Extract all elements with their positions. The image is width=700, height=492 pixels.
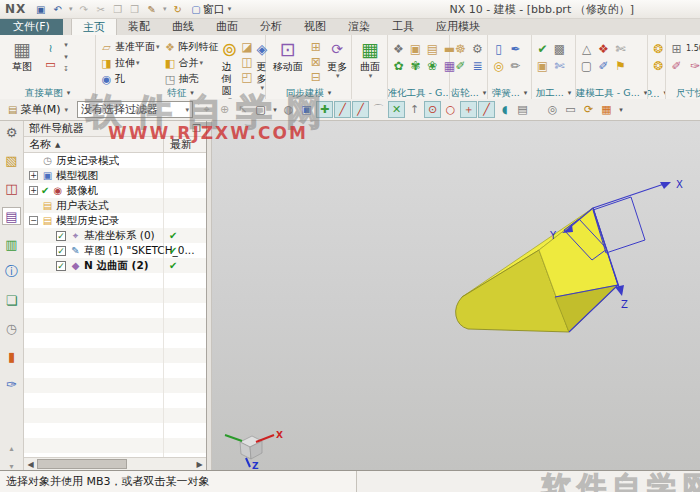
snap-midpoint-icon[interactable]: ╱	[352, 101, 369, 118]
group-label-feature[interactable]: 特征▾	[96, 87, 265, 99]
derive-icon[interactable]: ⌖	[198, 101, 215, 118]
tree-expander-icon[interactable]: +	[29, 171, 38, 180]
offset-region-icon[interactable]: ⊞	[308, 40, 323, 55]
snap-endpoint-icon[interactable]: ╱	[334, 101, 351, 118]
render-dropdown-icon[interactable]: ▾	[617, 101, 625, 118]
undo-dropdown-icon[interactable]: ▾	[67, 2, 74, 16]
shell-button[interactable]: ◳抽壳	[163, 71, 220, 87]
scroll-right-icon[interactable]: ▶	[194, 460, 205, 469]
process-studio-icon[interactable]: ◷	[2, 319, 21, 337]
tab-file[interactable]: 文件(F)	[0, 18, 63, 35]
scissors-icon[interactable]: ✄	[613, 42, 628, 56]
tab-view[interactable]: 视图	[293, 18, 337, 35]
snap-slash-icon[interactable]: ╱	[478, 101, 495, 118]
undo-icon[interactable]: ↶	[50, 2, 65, 16]
extrude-button[interactable]: ◨拉伸▾	[99, 55, 161, 71]
mill-tool-icon[interactable]: ✄	[552, 59, 567, 73]
move-face-button[interactable]: ⊡ 移动面	[269, 37, 306, 73]
gear-wheel-icon[interactable]: ☸	[453, 42, 468, 56]
snap-quadrant-icon[interactable]: ＋	[460, 101, 477, 118]
sync-more-button[interactable]: ⟳ 更多 ▾	[325, 37, 349, 79]
x-axis[interactable]	[593, 184, 664, 208]
chevron-down-icon[interactable]: ▾	[64, 41, 68, 49]
triangle-icon[interactable]: △	[579, 42, 594, 56]
studio-spline-button[interactable]: ≀	[43, 40, 60, 56]
assembly-navigator-icon[interactable]: ▧	[2, 151, 21, 169]
tab-home[interactable]: 主页	[71, 18, 117, 35]
tree-row-sketch[interactable]: ✓ ✎ 草图 (1) "SKETCH_0... ✔	[24, 243, 206, 258]
snap-poles-icon[interactable]: ✕	[388, 101, 405, 118]
coin2-icon[interactable]: ❂	[651, 59, 666, 73]
group-label-modeling-tools[interactable]: 建模工具 - G...▾	[576, 87, 647, 99]
system-scrap-icon[interactable]: ✑	[2, 375, 21, 393]
pencil-tool-icon[interactable]: ✐	[596, 59, 611, 73]
box-tool-icon[interactable]: ▢	[579, 59, 594, 73]
touch-dropdown-icon[interactable]: ▾	[161, 2, 168, 16]
group-label-dimension[interactable]: 尺寸快...	[666, 87, 700, 99]
roles-icon[interactable]: ▮	[2, 347, 21, 365]
feature-checkbox[interactable]: ✓	[56, 261, 66, 271]
render-style-icon[interactable]: ▦	[598, 101, 615, 118]
rectangle-button[interactable]: ▭	[43, 56, 60, 72]
reuse-library-icon[interactable]: ▥	[2, 235, 21, 253]
save-icon[interactable]: ▣	[33, 2, 48, 16]
tree-row-history-mode[interactable]: ◷ 历史记录模式	[24, 153, 206, 168]
tab-analysis[interactable]: 分析	[249, 18, 293, 35]
window-button[interactable]: ▢ 窗口 ▾	[188, 2, 234, 17]
snap-arrow-icon[interactable]: ↑	[406, 101, 423, 118]
tree-row-n-sided-surface[interactable]: ✓ ◆ N 边曲面 (2) ✔	[24, 258, 206, 273]
feature-checkbox[interactable]: ✓	[56, 231, 66, 241]
group-label-standardization[interactable]: 标准化工具 - G...▾	[388, 87, 449, 99]
folders-icon[interactable]: ▤	[425, 42, 440, 56]
tab-curve[interactable]: 曲线	[161, 18, 205, 35]
sketch-button[interactable]: ▦ 草图	[3, 37, 41, 73]
part-family-icon[interactable]: ✿	[391, 59, 406, 73]
copy-icon[interactable]: ❐	[110, 2, 125, 16]
dim-150-label[interactable]: 1.50	[686, 42, 700, 56]
gear-pair-icon[interactable]: ⚙	[470, 42, 485, 56]
scroll-left-icon[interactable]: ◀	[25, 460, 36, 469]
group-label-direct-sketch[interactable]: 直接草图▾	[0, 87, 95, 99]
tree-row-datum-csys[interactable]: ✓ ⌖ 基准坐标系 (0) ✔	[24, 228, 206, 243]
delete-face-icon[interactable]: ⊟	[308, 70, 323, 85]
tab-render[interactable]: 渲染	[337, 18, 381, 35]
tab-surface[interactable]: 曲面	[205, 18, 249, 35]
sort-ascending-icon[interactable]: ▲	[55, 141, 60, 149]
group-label-synchronous[interactable]: 同步建模▾	[266, 87, 351, 99]
dim-tol-icon[interactable]: ⊞	[669, 42, 684, 56]
dim-pen-icon[interactable]: ✐	[669, 59, 684, 73]
mill-icon[interactable]: ▩	[552, 42, 567, 56]
rotate-view-icon[interactable]: ⟳	[580, 101, 597, 118]
selection-filter-combo[interactable]: 没有选择过滤器 ▾	[77, 101, 193, 118]
sidebar-scroll-up-icon[interactable]: ▴	[2, 444, 21, 452]
cursor-icon[interactable]: ↖	[234, 101, 251, 118]
window-tool-icon[interactable]: ❖	[596, 42, 611, 56]
gear-pencil-icon[interactable]: ✐	[453, 59, 468, 73]
menu-button[interactable]: ▤ 菜单(M) ▾	[4, 101, 72, 118]
spring-draw-icon[interactable]: ✏	[508, 59, 523, 73]
surface-button[interactable]: ▦ 曲面 ▾	[355, 37, 385, 79]
hole-button[interactable]: ◉孔	[99, 71, 161, 87]
model-canvas[interactable]: X Y Z X Z	[212, 120, 700, 470]
replace-face-icon[interactable]: ⊠	[308, 55, 323, 70]
horizontal-scrollbar[interactable]: ◀ ▶	[24, 457, 206, 470]
flag-icon[interactable]: ⚑	[613, 59, 628, 73]
column-header-name[interactable]: 名称 ▲	[24, 137, 163, 152]
undock-icon[interactable]: ❐	[192, 123, 201, 134]
zoom-window-icon[interactable]: ▭	[562, 101, 579, 118]
relate-icon[interactable]: ❖	[391, 42, 406, 56]
mill-doc-icon[interactable]: ▣	[535, 59, 550, 73]
constraint-navigator-icon[interactable]: ◫	[2, 179, 21, 197]
group-label-spring[interactable]: 弹簧...▾	[488, 87, 531, 99]
snap-plane-icon[interactable]: ▤	[514, 101, 531, 118]
tree-expander-icon[interactable]: +	[29, 186, 38, 195]
datum-plane-button[interactable]: ▱基准平面▾	[99, 39, 161, 55]
graphics-window[interactable]: X Y Z X Z 软件自学网 WWW.RJZXW.COM	[212, 120, 700, 470]
coin-icon[interactable]: ❂	[651, 42, 666, 56]
feature-checkbox[interactable]: ✓	[56, 246, 66, 256]
highlight-icon[interactable]: ◍	[280, 101, 297, 118]
snap-circle-icon[interactable]: ○	[442, 101, 459, 118]
spring-pen-icon[interactable]: ✒	[508, 42, 523, 56]
group-label-gear[interactable]: 齿轮...▾	[450, 87, 487, 99]
spring-round-icon[interactable]: ◎	[491, 59, 506, 73]
